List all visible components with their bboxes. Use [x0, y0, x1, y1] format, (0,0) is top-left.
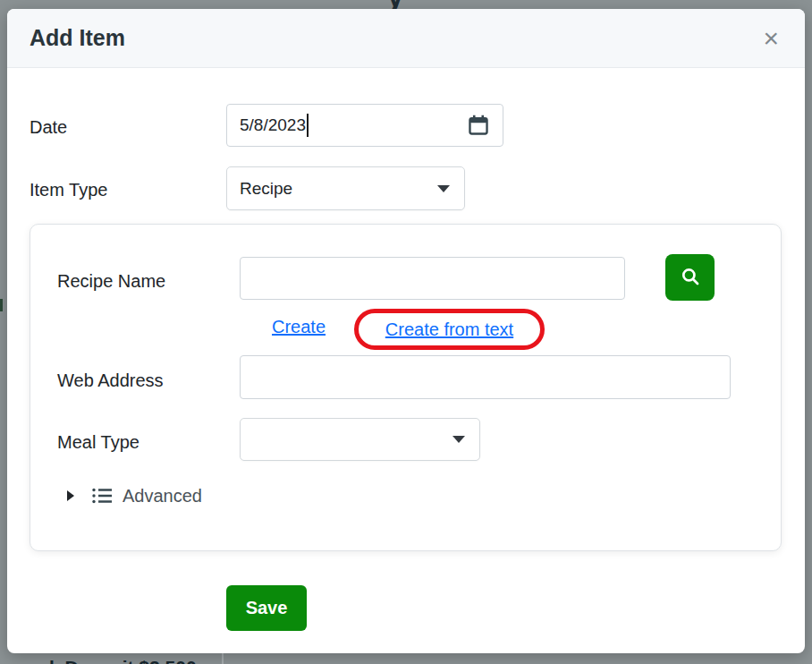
chevron-down-icon [437, 185, 450, 192]
list-icon [91, 486, 113, 506]
calendar-icon[interactable] [467, 114, 490, 137]
red-annotation-circle: Create from text [354, 309, 545, 350]
meal-type-select[interactable] [240, 418, 480, 461]
background-divider-line [222, 653, 224, 664]
advanced-label: Advanced [123, 486, 202, 507]
advanced-expander[interactable]: Advanced [67, 482, 202, 509]
background-left-mark [0, 299, 3, 311]
save-button[interactable]: Save [226, 585, 307, 631]
web-address-label: Web Address [57, 370, 164, 391]
item-type-select[interactable]: Recipe [226, 166, 465, 210]
search-button[interactable] [665, 254, 715, 301]
create-link[interactable]: Create [272, 317, 326, 337]
chevron-down-icon [453, 436, 465, 443]
date-value: 5/8/2023 [240, 115, 306, 135]
item-type-label: Item Type [30, 180, 107, 200]
background-partial-glyph: y [386, 0, 404, 9]
backdrop-top-strip: y [0, 0, 812, 9]
recipe-name-input[interactable] [240, 257, 625, 300]
add-item-dialog: Add Item × Date 5/8/2023 Item Type Recip… [7, 9, 805, 653]
recipe-name-label: Recipe Name [57, 271, 165, 292]
web-address-input[interactable] [240, 355, 731, 399]
dialog-title: Add Item [30, 25, 125, 51]
backdrop-bottom-strip: k Deposit $2,500 [0, 653, 812, 664]
background-partial-text: k Deposit $2,500 [49, 657, 197, 664]
text-cursor [307, 114, 309, 137]
close-icon[interactable]: × [759, 25, 782, 52]
item-type-value: Recipe [240, 179, 292, 199]
dialog-header: Add Item × [7, 9, 805, 68]
caret-right-icon [67, 490, 74, 501]
recipe-panel: Recipe Name Create Create from text Web … [30, 224, 782, 551]
meal-type-label: Meal Type [57, 432, 140, 453]
date-input[interactable]: 5/8/2023 [226, 104, 503, 147]
search-icon [679, 265, 702, 291]
date-label: Date [30, 117, 67, 138]
create-from-text-link[interactable]: Create from text [385, 319, 513, 340]
